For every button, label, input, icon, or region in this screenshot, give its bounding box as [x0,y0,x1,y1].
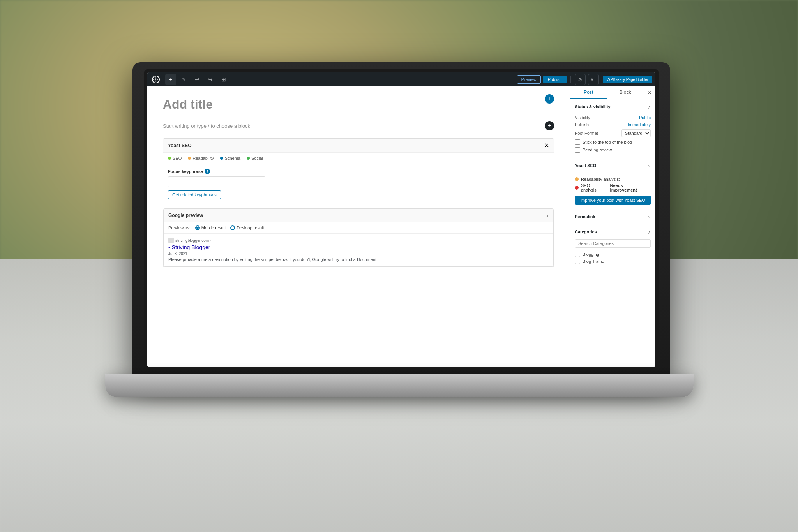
desktop-result-label: Desktop result [237,225,264,230]
category-blog-traffic: Blog Traffic [575,258,651,265]
undo-button[interactable]: ↩ [192,74,203,85]
categories-header[interactable]: Categories [570,224,655,239]
yoast-collapse-icon: ✕ [544,142,549,149]
yoast-tabs: SEO Readability Schema [163,153,554,164]
status-visibility-title: Status & visibility [575,104,611,109]
schema-tab-label: Schema [225,156,240,160]
site-icon [168,238,174,243]
yoast-panel-title: Yoast SEO [168,143,191,148]
body-placeholder-text: Start writing or type / to choose a bloc… [163,123,250,129]
yoast-sidebar-title: Yoast SEO [575,163,596,168]
readability-analysis-row: Readability analysis: [575,177,651,181]
google-preview-link[interactable]: Striving Blogger [168,244,210,250]
keyphrase-input[interactable] [168,176,265,187]
edit-button[interactable]: ✎ [178,74,189,85]
desktop-radio-dot [230,225,235,230]
yoast-tab-social[interactable]: Social [247,156,263,160]
laptop-shell: + ✎ ↩ ↪ ⊞ Preview Publish ⚙ Y↑ WPBakery … [132,62,670,382]
desktop-result-radio[interactable]: Desktop result [230,225,264,230]
get-related-keyphrases-button[interactable]: Get related keyphrases [168,190,221,199]
categories-title: Categories [575,229,597,234]
yoast-tab-readability[interactable]: Readability [188,156,214,160]
category-blogging: Blogging [575,251,651,258]
wpbakery-button[interactable]: WPBakery Page Builder [603,76,652,83]
preview-as-row: Preview as: Mobile result Desktop result [164,222,553,234]
yoast-seo-panel: Yoast SEO ✕ SEO Readability [163,138,554,267]
blogging-label: Blogging [583,252,599,257]
blog-traffic-label: Blog Traffic [583,259,604,264]
categories-section: Categories Blogging Blog Traffic [570,224,655,269]
yoast-tab-seo[interactable]: SEO [168,156,182,160]
preview-button[interactable]: Preview [517,75,541,84]
post-title-input[interactable]: Add title [163,94,554,115]
yoast-sidebar-section: Yoast SEO Readability analysis: SEO anal… [570,158,655,209]
google-preview-content: strivingblogger.com › Striving Blogger J… [164,234,553,266]
stick-top-checkbox-row[interactable]: Stick to the top of the blog [575,138,651,146]
google-preview-header[interactable]: Google preview [164,209,553,222]
seo-analysis-label: SEO analysis: [581,183,608,192]
wp-sidebar: Post Block ✕ Status & visibility Visibil… [570,86,655,367]
pending-review-checkbox[interactable] [575,147,580,153]
permalink-collapse-icon [648,213,651,220]
visibility-label: Visibility [575,115,590,120]
toolbar-divider [570,76,571,83]
pending-review-checkbox-row[interactable]: Pending review [575,146,651,154]
wp-main-area: + Add title Start writing or type / to c… [147,86,655,367]
seo-tab-label: SEO [173,156,182,160]
readability-tab-label: Readability [192,156,214,160]
status-visibility-content: Visibility Public Publish Immediately Po… [570,114,655,158]
focus-keyphrase-label: Focus keyphrase ? [168,169,549,174]
settings-gear-button[interactable]: ⚙ [575,74,586,85]
mobile-radio-dot [195,225,200,230]
google-preview-panel: Google preview Preview as: Mobile result [163,208,554,267]
social-tab-label: Social [251,156,263,160]
google-url: strivingblogger.com › [168,238,549,243]
wp-logo-icon[interactable] [150,74,161,85]
google-preview-title: Google preview [168,213,203,218]
add-block-button[interactable]: + [165,74,176,85]
tab-block[interactable]: Block [607,86,644,99]
status-visibility-collapse-icon [648,103,651,110]
blogging-checkbox[interactable] [575,252,580,257]
schema-dot [220,157,223,160]
redo-button[interactable]: ↪ [205,74,216,85]
yoast-sidebar-header[interactable]: Yoast SEO [570,158,655,173]
status-visibility-header[interactable]: Status & visibility [570,99,655,114]
permalink-section[interactable]: Permalink [570,209,655,224]
google-preview-description: Please provide a meta description by edi… [168,257,549,262]
status-visibility-section: Status & visibility Visibility Public Pu… [570,99,655,158]
yoast-panel-header[interactable]: Yoast SEO ✕ [163,139,554,153]
keyphrase-help-icon[interactable]: ? [205,169,210,174]
yoast-tab-schema[interactable]: Schema [220,156,240,160]
laptop-base [105,374,694,397]
yoast-sidebar-content: Readability analysis: SEO analysis: Need… [570,173,655,209]
wp-editor: + Add title Start writing or type / to c… [147,86,570,367]
post-format-select[interactable]: Standard [621,129,651,137]
categories-content: Blogging Blog Traffic [570,239,655,269]
tab-post[interactable]: Post [570,86,607,99]
editor-body-area[interactable]: Start writing or type / to choose a bloc… [163,121,554,130]
category-search-input[interactable] [575,239,651,248]
improve-post-button[interactable]: Improve your post with Yoast SEO [575,196,651,205]
permalink-title: Permalink [575,214,595,219]
publish-value[interactable]: Immediately [628,122,651,127]
mobile-result-radio[interactable]: Mobile result [195,225,226,230]
sidebar-tabs: Post Block ✕ [570,86,655,99]
yoast-toolbar-button[interactable]: Y↑ [588,74,599,85]
seo-analysis-row: SEO analysis: Needs improvement [575,183,651,192]
sidebar-close-button[interactable]: ✕ [644,86,655,99]
blog-traffic-checkbox[interactable] [575,259,580,264]
editor-top-add-button[interactable]: + [545,94,554,104]
stick-top-checkbox[interactable] [575,139,580,145]
body-add-block-button[interactable]: + [545,121,554,130]
yoast-sidebar-collapse-icon [648,162,651,169]
publish-row: Publish Immediately [575,121,651,128]
post-format-row: Post Format Standard [575,128,651,138]
seo-analysis-dot [575,186,579,190]
visibility-value[interactable]: Public [639,115,651,120]
wp-toolbar: + ✎ ↩ ↪ ⊞ Preview Publish ⚙ Y↑ WPBakery … [147,72,655,86]
visibility-row: Visibility Public [575,114,651,121]
tools-button[interactable]: ⊞ [218,74,229,85]
publish-button[interactable]: Publish [543,76,567,83]
mobile-result-label: Mobile result [201,225,226,230]
